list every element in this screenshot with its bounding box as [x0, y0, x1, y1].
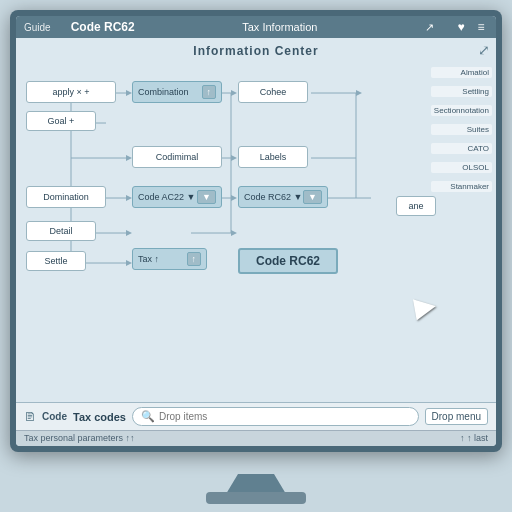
code-ac22-dropdown-btn[interactable]: ▼ [197, 190, 216, 204]
domination-box[interactable]: Domination [26, 186, 106, 208]
goal-box[interactable]: Goal + [26, 111, 96, 131]
taskbar-tax-codes: Tax codes [73, 411, 126, 423]
tax-info-title: Tax Information [155, 21, 405, 33]
svg-marker-22 [231, 195, 237, 201]
code-rc62-bot-box[interactable]: Code RC62 [238, 248, 338, 274]
svg-marker-24 [231, 230, 237, 236]
search-icon: 🔍 [141, 410, 155, 423]
taskbar-code-label: Code [42, 411, 67, 422]
svg-marker-18 [356, 90, 362, 96]
taskbar-dropdown[interactable]: Drop menu [425, 408, 488, 425]
code-rc62-mid-dropdown-btn[interactable]: ▼ [303, 190, 322, 204]
settle-box[interactable]: Settle [26, 251, 86, 271]
taskbar: 🖹 Code Tax codes 🔍 Drop menu [16, 402, 496, 430]
info-center-label: Information Center [193, 44, 318, 58]
cohee-box[interactable]: Cohee [238, 81, 308, 103]
monitor: Guide Code RC62 Tax Information ↗ ♥ ≡ In… [10, 10, 502, 452]
combination-box[interactable]: Combination ↑ [132, 81, 222, 103]
right-labels-panel: Almatiol Settling Sectionnotation Suites… [427, 63, 496, 196]
labels-box[interactable]: Labels [238, 146, 308, 168]
tax-label: Tax ↑ [138, 254, 159, 264]
detail-box[interactable]: Detail [26, 221, 96, 241]
search-input[interactable] [159, 411, 239, 422]
almatiol-label: Almatiol [431, 67, 492, 78]
title-bar: Guide Code RC62 Tax Information ↗ ♥ ≡ [16, 16, 496, 38]
cursor-graphic: ▶ [411, 287, 438, 323]
monitor-base [206, 492, 306, 504]
screen: Guide Code RC62 Tax Information ↗ ♥ ≡ In… [16, 16, 496, 446]
status-bar: Tax personal parameters ↑↑ ↑ ↑ last [16, 430, 496, 446]
tax-up-btn[interactable]: ↑ [187, 252, 202, 266]
content-area: Information Center ⤢ [16, 38, 496, 402]
section-notation-label: Sectionnotation [431, 105, 492, 116]
olsol-label: OLSOL [431, 162, 492, 173]
suites-label: Suites [431, 124, 492, 135]
code-rc62-title: Code RC62 [71, 20, 135, 34]
code-ac22-box[interactable]: Code AC22 ▼ ▼ [132, 186, 222, 208]
status-left: Tax personal parameters ↑↑ [24, 433, 135, 444]
code-rc62-mid-box[interactable]: Code RC62 ▼ ▼ [238, 186, 328, 208]
svg-marker-23 [126, 230, 132, 236]
ane-box[interactable]: ane [396, 196, 436, 216]
cato-label: CATO [431, 143, 492, 154]
svg-marker-17 [231, 90, 237, 96]
stanmaker-label: Stanmaker [431, 181, 492, 192]
monitor-stand [226, 474, 286, 494]
external-link-icon[interactable]: ⤢ [478, 42, 490, 58]
svg-marker-20 [231, 155, 237, 161]
settling-label: Settling [431, 86, 492, 97]
guide-label: Guide [24, 22, 51, 33]
codimimal-box[interactable]: Codimimal [132, 146, 222, 168]
combination-up-btn[interactable]: ↑ [202, 85, 217, 99]
tax-box[interactable]: Tax ↑ ↑ [132, 248, 207, 270]
taskbar-file-icon: 🖹 [24, 410, 36, 424]
apply-box[interactable]: apply × + [26, 81, 116, 103]
taskbar-search[interactable]: 🔍 [132, 407, 419, 426]
cursor-arrow-icon: ↗ [425, 21, 434, 34]
title-icons: ♥ ≡ [454, 20, 488, 34]
menu-icon[interactable]: ≡ [474, 20, 488, 34]
status-right: ↑ ↑ last [460, 433, 488, 444]
heart-icon[interactable]: ♥ [454, 20, 468, 34]
